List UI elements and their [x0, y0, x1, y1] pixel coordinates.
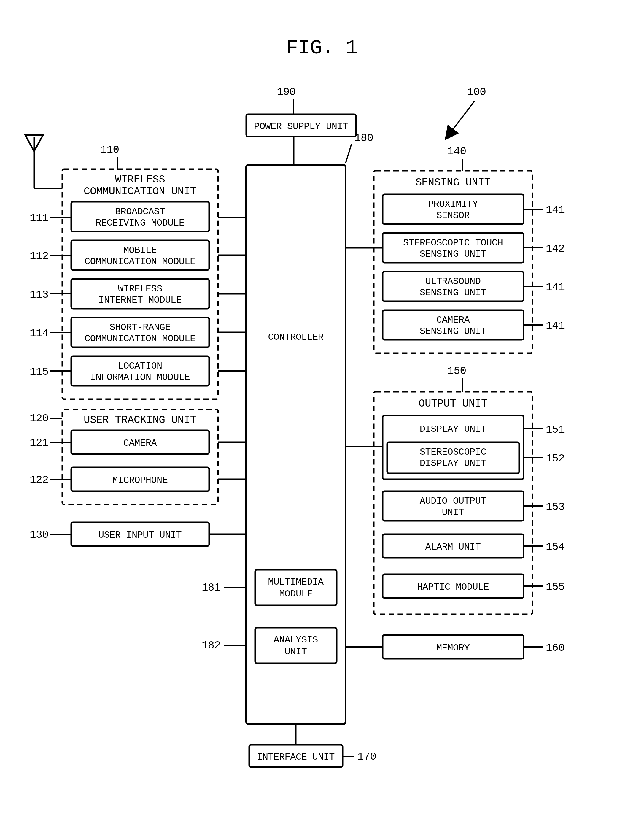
user-input-label: USER INPUT UNIT — [98, 530, 182, 541]
ref-151: 151 — [546, 424, 565, 436]
haptic-label: HAPTIC MODULE — [417, 581, 489, 592]
winternet-l2: INTERNET MODULE — [98, 295, 182, 306]
ref-141b: 141 — [546, 281, 565, 293]
wireless-unit-l2: COMMUNICATION UNIT — [84, 185, 196, 198]
ultrasound-l1: ULTRASOUND — [425, 276, 481, 287]
ref-181: 181 — [202, 581, 220, 594]
location-l2: INFORMATION MODULE — [90, 372, 190, 383]
wireless-unit-l1: WIRELESS — [115, 174, 165, 186]
multimedia-box — [255, 570, 337, 605]
ref-170: 170 — [358, 751, 376, 763]
audio-l2: UNIT — [442, 507, 464, 518]
ref-190: 190 — [277, 86, 296, 98]
ref-115: 115 — [30, 366, 48, 378]
ref-114: 114 — [30, 327, 48, 339]
broadcast-l1: BROADCAST — [115, 206, 165, 217]
short-l2: COMMUNICATION MODULE — [85, 333, 196, 344]
analysis-l2: UNIT — [285, 646, 307, 657]
camera-label: CAMERA — [123, 438, 157, 449]
short-l1: SHORT-RANGE — [109, 322, 171, 333]
proximity-l2: SENSOR — [436, 210, 470, 221]
figure-label: FIG. 1 — [286, 36, 358, 59]
ref-155: 155 — [546, 581, 565, 593]
stereo-touch-l1: STEREOSCOPIC TOUCH — [403, 238, 503, 249]
ref-141a: 141 — [546, 204, 565, 216]
display-label: DISPLAY UNIT — [420, 424, 486, 435]
ref-110: 110 — [100, 144, 119, 156]
ref-113: 113 — [30, 289, 48, 301]
multimedia-l2: MODULE — [279, 588, 312, 599]
output-label: OUTPUT UNIT — [419, 398, 487, 410]
ref-153: 153 — [546, 501, 565, 513]
ref-142: 142 — [546, 243, 565, 255]
ref-180: 180 — [354, 132, 373, 144]
sensing-label: SENSING UNIT — [415, 177, 491, 189]
block-diagram: FIG. 1 100 190 POWER SUPPLY UNIT 180 CON… — [0, 0, 644, 830]
ref-150: 150 — [447, 365, 466, 377]
controller-label: CONTROLLER — [268, 332, 323, 343]
ref-154: 154 — [546, 541, 565, 553]
multimedia-l1: MULTIMEDIA — [268, 577, 324, 588]
ref-100: 100 — [467, 86, 486, 98]
mobile-l2: COMMUNICATION MODULE — [85, 256, 196, 267]
alarm-label: ALARM UNIT — [425, 542, 481, 553]
ref-152: 152 — [546, 453, 565, 465]
microphone-label: MICROPHONE — [112, 475, 168, 486]
ref-141c: 141 — [546, 320, 565, 332]
ref-121: 121 — [30, 437, 48, 449]
analysis-l1: ANALYSIS — [274, 634, 318, 645]
audio-l1: AUDIO OUTPUT — [420, 496, 486, 507]
sd-l2: DISPLAY UNIT — [420, 458, 486, 469]
mobile-l1: MOBILE — [123, 245, 157, 256]
location-l1: LOCATION — [118, 361, 162, 372]
antenna-icon — [25, 135, 43, 188]
ref-122: 122 — [30, 474, 48, 486]
ref-112: 112 — [30, 250, 48, 262]
stereo-touch-l2: SENSING UNIT — [420, 249, 486, 260]
broadcast-l2: RECEIVING MODULE — [95, 217, 184, 228]
memory-label: MEMORY — [436, 643, 470, 653]
ref-111: 111 — [30, 212, 48, 224]
analysis-box — [255, 627, 337, 663]
ultrasound-l2: SENSING UNIT — [420, 287, 486, 298]
cams-l2: SENSING UNIT — [420, 326, 486, 337]
ref-130: 130 — [30, 529, 48, 541]
user-tracking-label: USER TRACKING UNIT — [84, 414, 196, 426]
ref-160: 160 — [546, 642, 565, 654]
proximity-l1: PROXIMITY — [428, 199, 478, 210]
winternet-l1: WIRELESS — [118, 284, 162, 295]
ref-182: 182 — [202, 640, 220, 652]
svg-line-0 — [446, 101, 475, 138]
ref-120: 120 — [30, 412, 48, 425]
ref-140: 140 — [447, 146, 466, 158]
cams-l1: CAMERA — [436, 315, 470, 326]
interface-label: INTERFACE UNIT — [257, 752, 335, 763]
power-supply-label: POWER SUPPLY UNIT — [254, 121, 348, 132]
svg-line-2 — [346, 144, 351, 163]
sd-l1: STEREOSCOPIC — [420, 447, 486, 458]
